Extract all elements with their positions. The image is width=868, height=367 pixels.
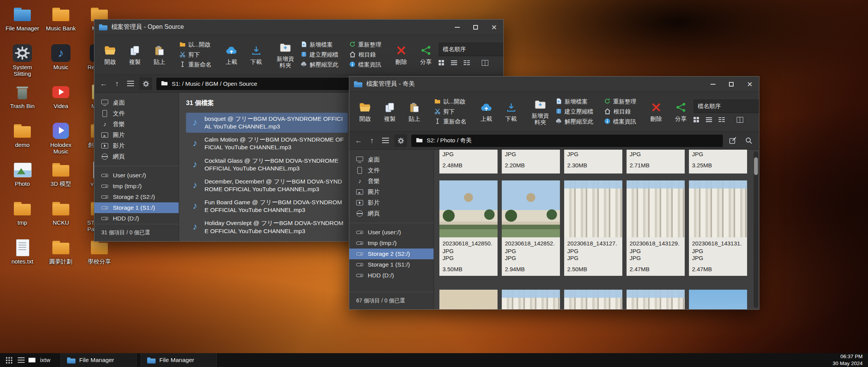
- sidebar-drive-item[interactable]: Storage 2 (S2:/): [349, 249, 434, 259]
- back-button[interactable]: ←: [99, 80, 108, 88]
- share-button[interactable]: 分享: [669, 94, 693, 129]
- sidebar-drive-item[interactable]: Storage 1 (S1:/): [349, 259, 434, 270]
- copy-button[interactable]: 複製: [123, 37, 147, 72]
- view-columns-button[interactable]: [737, 117, 743, 124]
- delete-button[interactable]: 刪除: [389, 37, 413, 72]
- desktop-icon[interactable]: File Manager: [3, 2, 42, 41]
- open-with-button[interactable]: 以...開啟: [434, 98, 466, 105]
- photo-item[interactable]: 20230618_143131.JPG JPG 2.47MB: [689, 180, 747, 276]
- minimize-button[interactable]: [704, 77, 722, 92]
- photo-item-partial[interactable]: JPG 2.71MB: [627, 150, 685, 173]
- scrollbar[interactable]: [754, 151, 758, 308]
- desktop-icon[interactable]: notes.txt: [3, 235, 42, 274]
- cut-button[interactable]: 剪下: [434, 108, 466, 115]
- view-list-button[interactable]: [451, 60, 457, 67]
- photo-item[interactable]: [439, 290, 498, 309]
- sidebar-place-item[interactable]: 文件: [349, 165, 434, 176]
- cut-button[interactable]: 剪下: [179, 51, 211, 58]
- sidebar-drive-item[interactable]: tmp (tmp:/): [349, 238, 434, 249]
- rename-button[interactable]: 重新命名: [434, 118, 466, 125]
- share-button[interactable]: 分享: [414, 37, 438, 72]
- desktop-icon[interactable]: tmp: [3, 197, 42, 235]
- photo-item[interactable]: [689, 290, 747, 309]
- sidebar-place-item[interactable]: 圖片: [349, 187, 434, 197]
- desktop-icon[interactable]: System Slitting: [3, 41, 42, 80]
- paste-button[interactable]: 貼上: [147, 37, 171, 72]
- titlebar[interactable]: 檔案管理員 - Open Source: [94, 20, 503, 35]
- desktop-icon[interactable]: Trash Bin: [3, 80, 42, 119]
- file-item[interactable]: ♪ Holiday Overslept @ フリーBGM DOVA-SYNDRO…: [186, 217, 348, 237]
- sidebar-drive-item[interactable]: HDD (D:/): [94, 213, 179, 224]
- file-item[interactable]: ♪ Fun Board Game @ フリーBGM DOVA-SYNDROME …: [186, 196, 348, 216]
- photo-item[interactable]: 20230618_142850.JPG JPG 3.50MB: [439, 180, 498, 276]
- rename-button[interactable]: 重新命名: [179, 61, 211, 68]
- back-button[interactable]: ←: [354, 137, 363, 145]
- app-launcher-icon[interactable]: [5, 357, 12, 364]
- maximize-button[interactable]: [722, 77, 741, 92]
- download-button[interactable]: 下載: [244, 37, 268, 72]
- photo-item[interactable]: [564, 290, 622, 309]
- view-grid-button[interactable]: [694, 117, 699, 124]
- photo-item[interactable]: 20230618_143127.JPG JPG 2.50MB: [564, 180, 622, 276]
- file-item[interactable]: ♪ December, December! @ フリーBGM DOVA-SYND…: [186, 175, 348, 195]
- delete-button[interactable]: 刪除: [644, 94, 668, 129]
- breadcrumb[interactable]: S2: / Photo / 奇美: [411, 135, 723, 147]
- sidebar-place-item[interactable]: 圖片: [94, 130, 179, 140]
- scrollbar-thumb[interactable]: [754, 157, 758, 175]
- open-with-button[interactable]: 以...開啟: [179, 41, 211, 48]
- sidebar-place-item[interactable]: 影片: [94, 140, 179, 151]
- desktop-icon[interactable]: Music Bank: [42, 2, 80, 41]
- photo-item[interactable]: [502, 290, 560, 309]
- refresh-button[interactable]: 重新整理: [349, 41, 381, 48]
- sidebar-place-item[interactable]: 音樂: [349, 176, 434, 187]
- sidebar-place-item[interactable]: 桌面: [349, 154, 434, 165]
- desktop-icon[interactable]: Photo: [3, 158, 42, 197]
- sidebar-drive-item[interactable]: tmp (tmp:/): [94, 181, 179, 192]
- create-archive-button[interactable]: 建立壓縮檔: [556, 108, 593, 115]
- menu-button[interactable]: [381, 137, 390, 145]
- photo-item-partial[interactable]: JPG 2.48MB: [439, 150, 498, 173]
- download-button[interactable]: 下載: [499, 94, 523, 129]
- sidebar-place-item[interactable]: 音樂: [94, 119, 179, 130]
- edit-path-button[interactable]: [727, 137, 739, 144]
- open-button[interactable]: 開啟: [98, 37, 122, 72]
- desktop-icon[interactable]: Music: [42, 41, 80, 80]
- sidebar-place-item[interactable]: 網頁: [349, 208, 434, 219]
- search-button[interactable]: [743, 137, 754, 144]
- file-item[interactable]: ♪ bosquet @ フリーBGM DOVA-SYNDROME OFFICIA…: [186, 113, 348, 133]
- settings-button[interactable]: [394, 134, 407, 147]
- desktop-icon[interactable]: 3D 模型: [42, 158, 80, 197]
- root-button[interactable]: 根目錄: [349, 51, 381, 58]
- up-button[interactable]: ↑: [367, 137, 377, 145]
- sidebar-drive-item[interactable]: User (user:/): [349, 227, 434, 238]
- sidebar-place-item[interactable]: 影片: [349, 197, 434, 208]
- task-list-icon[interactable]: [18, 357, 25, 363]
- sidebar-place-item[interactable]: 文件: [94, 108, 179, 119]
- desktop-icon[interactable]: 圓夢計劃: [42, 235, 80, 274]
- sidebar-drive-item[interactable]: HDD (D:/): [349, 270, 434, 281]
- view-columns-button[interactable]: [482, 60, 488, 67]
- extract-here-button[interactable]: 解壓縮至此: [301, 61, 338, 68]
- desktop-icon[interactable]: Videa: [42, 80, 80, 119]
- sidebar-drive-item[interactable]: Storage 1 (S1:/): [94, 202, 179, 213]
- desktop-icon[interactable]: demo: [3, 119, 42, 158]
- close-button[interactable]: [485, 20, 503, 35]
- new-file-button[interactable]: 新增檔案: [301, 41, 338, 48]
- photo-item[interactable]: 20230618_142852.JPG JPG 2.94MB: [502, 180, 560, 276]
- file-info-button[interactable]: 檔案資訊: [604, 118, 636, 125]
- extract-here-button[interactable]: 解壓縮至此: [556, 118, 593, 125]
- sort-dropdown[interactable]: 檔名順序 ▾: [439, 43, 503, 56]
- view-compact-button[interactable]: [719, 117, 725, 124]
- new-folder-button[interactable]: 新增資料夾: [528, 94, 552, 129]
- settings-button[interactable]: [139, 77, 152, 90]
- create-archive-button[interactable]: 建立壓縮檔: [301, 51, 338, 58]
- root-button[interactable]: 根目錄: [604, 108, 636, 115]
- new-folder-button[interactable]: 新增資料夾: [273, 37, 297, 72]
- minimize-button[interactable]: [448, 20, 466, 35]
- clock[interactable]: 06:37 PM 30 May 2024: [833, 353, 868, 367]
- photo-item[interactable]: 20230618_143129.JPG JPG 2.47MB: [627, 180, 685, 276]
- close-button[interactable]: [741, 77, 759, 92]
- new-file-button[interactable]: 新增檔案: [556, 98, 593, 105]
- menu-button[interactable]: [126, 80, 135, 88]
- desktop[interactable]: File Manager Music Bank MAGI System Slit…: [0, 0, 868, 367]
